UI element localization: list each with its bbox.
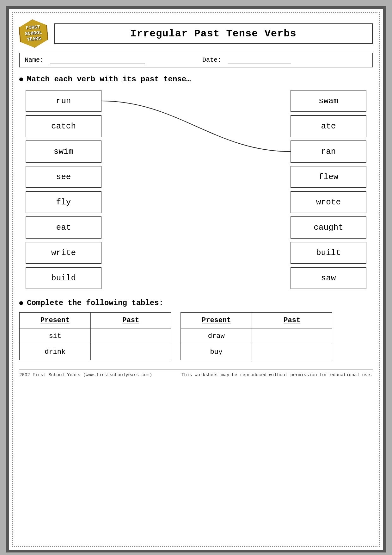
right-verb-saw: saw	[291, 267, 366, 289]
header: FIRSTSCHOOLYEARS Irregular Past Tense Ve…	[19, 19, 373, 48]
page-inner: FIRSTSCHOOLYEARS Irregular Past Tense Ve…	[12, 12, 380, 547]
table2-header-past: Past	[252, 313, 332, 328]
table1-header-present: Present	[20, 313, 91, 328]
name-section: Name:	[25, 56, 190, 64]
logo-text: FIRSTSCHOOLYEARS	[24, 24, 43, 43]
table2-draw-past[interactable]	[252, 328, 332, 344]
instruction1: Match each verb with its past tense…	[19, 75, 373, 84]
footer: 2002 First School Years (www.firstschool…	[19, 370, 373, 377]
right-verb-ate: ate	[291, 115, 366, 137]
right-verb-wrote: wrote	[291, 191, 366, 213]
footer-left: 2002 First School Years (www.firstschool…	[19, 372, 152, 377]
bullet2	[19, 301, 23, 305]
table-row: buy	[181, 344, 332, 360]
instruction2-text: Complete the following tables:	[27, 299, 163, 307]
left-column: run catch swim see fly eat write build	[26, 90, 101, 289]
page: FIRSTSCHOOLYEARS Irregular Past Tense Ve…	[6, 6, 386, 552]
date-underline	[228, 56, 291, 64]
table1-sit-past[interactable]	[91, 328, 171, 344]
table-row: draw	[181, 328, 332, 344]
footer-right: This worksheet may be reproduced without…	[181, 372, 373, 377]
table-row: drink	[20, 344, 171, 360]
name-label: Name:	[25, 56, 44, 64]
name-date-row: Name: Date:	[19, 53, 373, 67]
left-verb-see: see	[26, 166, 101, 188]
table1-header-past: Past	[91, 313, 171, 328]
right-verb-built: built	[291, 242, 366, 264]
left-verb-fly: fly	[26, 191, 101, 213]
instruction1-text: Match each verb with its past tense…	[27, 75, 191, 84]
tables-row: Present Past sit drink	[19, 312, 373, 360]
right-verb-caught: caught	[291, 216, 366, 239]
table2-buy-present: buy	[181, 344, 252, 360]
right-verb-swam: swam	[291, 90, 366, 112]
table-row: sit	[20, 328, 171, 344]
table1-sit-present: sit	[20, 328, 91, 344]
logo: FIRSTSCHOOLYEARS	[18, 18, 49, 49]
left-verb-run: run	[26, 90, 101, 112]
left-verb-eat: eat	[26, 216, 101, 239]
table1: Present Past sit drink	[19, 312, 171, 360]
bullet1	[19, 78, 23, 81]
right-column: swam ate ran flew wrote caught built saw	[291, 90, 366, 289]
table2-header-present: Present	[181, 313, 252, 328]
left-verb-write: write	[26, 242, 101, 264]
title-box: Irregular Past Tense Verbs	[54, 23, 373, 44]
right-verb-flew: flew	[291, 166, 366, 188]
date-section: Date:	[190, 56, 367, 64]
left-verb-catch: catch	[26, 115, 101, 137]
table1-drink-past[interactable]	[91, 344, 171, 360]
table2-buy-past[interactable]	[252, 344, 332, 360]
left-verb-swim: swim	[26, 140, 101, 163]
matching-area: run catch swim see fly eat write build s…	[19, 90, 373, 289]
right-verb-ran: ran	[291, 140, 366, 163]
left-verb-build: build	[26, 267, 101, 289]
page-title: Irregular Past Tense Verbs	[61, 28, 366, 40]
table1-drink-present: drink	[20, 344, 91, 360]
name-underline	[50, 56, 145, 64]
table2-draw-present: draw	[181, 328, 252, 344]
table2: Present Past draw buy	[181, 312, 332, 360]
instruction2: Complete the following tables:	[19, 299, 373, 307]
date-label: Date:	[202, 56, 221, 64]
